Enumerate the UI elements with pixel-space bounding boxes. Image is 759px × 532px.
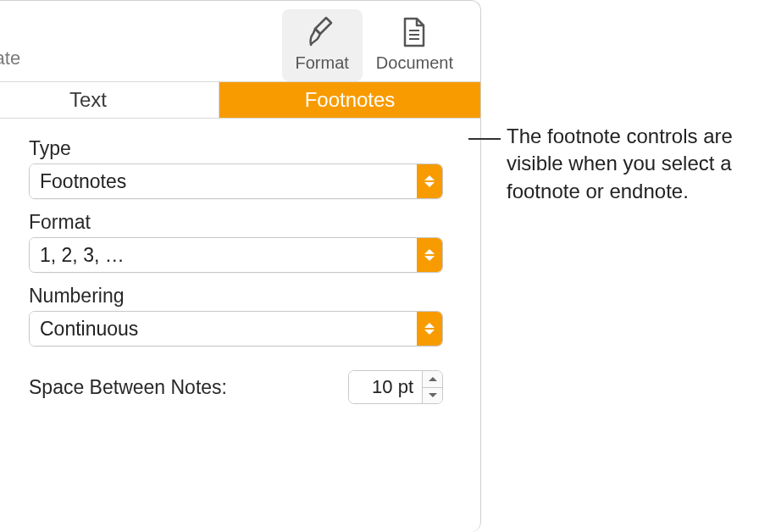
- numbering-label: Numbering: [29, 285, 443, 308]
- footnote-controls: Type Footnotes Format 1, 2, 3, … Numberi…: [0, 119, 480, 404]
- tab-text[interactable]: Text: [0, 82, 219, 119]
- type-label: Type: [29, 137, 443, 160]
- tab-footnotes[interactable]: Footnotes: [219, 82, 480, 119]
- type-value: Footnotes: [30, 164, 417, 198]
- numbering-popup[interactable]: Continuous: [29, 311, 443, 346]
- toolbar: orate Format Document: [0, 1, 480, 81]
- spacing-row: Space Between Notes: 10 pt: [29, 370, 443, 404]
- numbering-value: Continuous: [30, 312, 417, 346]
- spacing-value: 10 pt: [349, 371, 422, 403]
- document-icon: [397, 14, 431, 50]
- callout-leader-line: [468, 138, 501, 140]
- collaborate-button-fragment[interactable]: orate: [0, 47, 20, 81]
- format-value: 1, 2, 3, …: [30, 238, 417, 272]
- stepper-down-icon[interactable]: [422, 388, 442, 404]
- format-popup[interactable]: 1, 2, 3, …: [29, 237, 443, 273]
- document-toolbar-button[interactable]: Document: [363, 9, 467, 81]
- document-label: Document: [376, 53, 453, 73]
- popup-arrows-icon: [417, 164, 442, 198]
- stepper-up-icon[interactable]: [422, 371, 442, 388]
- format-label: Format: [29, 211, 443, 234]
- popup-arrows-icon: [417, 312, 442, 346]
- popup-arrows-icon: [417, 238, 442, 272]
- format-label: Format: [296, 53, 349, 73]
- inspector-tabs: Text Footnotes: [0, 81, 480, 119]
- brush-icon: [305, 14, 339, 50]
- spacing-stepper[interactable]: [422, 371, 442, 403]
- spacing-field[interactable]: 10 pt: [348, 370, 443, 404]
- spacing-label: Space Between Notes:: [29, 376, 340, 399]
- format-toolbar-button[interactable]: Format: [282, 9, 363, 81]
- type-popup[interactable]: Footnotes: [29, 163, 443, 199]
- inspector-panel: orate Format Document: [0, 0, 481, 532]
- callout-text: The footnote controls are visible when y…: [507, 123, 759, 205]
